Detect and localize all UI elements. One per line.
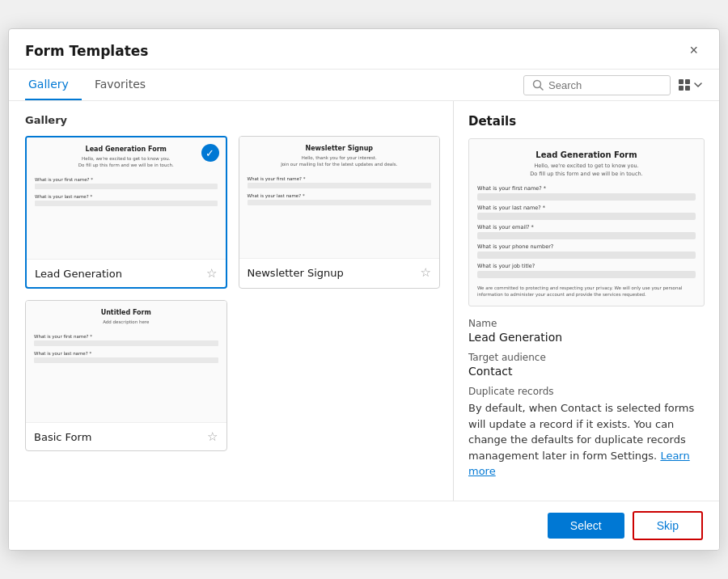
preview-field-label-bf: What is your first name? * [34,334,218,339]
preview-field-input-nl2 [248,200,432,205]
preview-title-newsletter: Newsletter Signup [248,145,432,152]
tabs-bar: Gallery Favorites [9,70,719,101]
details-section-label: Details [468,114,705,129]
card-name-basic: Basic Form [34,431,91,443]
dp-field-2: What is your last name? * [477,205,696,211]
template-card-basic[interactable]: Untitled Form Add description here What … [25,300,227,451]
preview-field-label-bf2: What is your last name? * [34,351,218,356]
preview-field-label-nl2: What is your last name? * [248,193,432,198]
card-footer-lead: Lead Generation ☆ [27,259,226,287]
detail-name-value: Lead Generation [468,331,705,344]
dialog-footer: Select Skip [9,501,719,550]
preview-field-input [35,184,218,189]
dp-input-5 [477,271,696,278]
svg-rect-3 [685,79,690,84]
dialog-title: Form Templates [25,43,148,59]
detail-audience-label: Target audience [468,352,705,363]
card-footer-basic: Basic Form ☆ [26,422,226,450]
dp-input-1 [477,193,696,201]
card-preview-newsletter: Newsletter Signup Hello, thank you for y… [239,137,440,258]
card-footer-newsletter: Newsletter Signup ☆ [239,258,440,286]
skip-button[interactable]: Skip [633,511,703,540]
dp-field-4: What is your phone number? [477,243,696,250]
preview-title-lead: Lead Generation Form [35,146,218,153]
search-icon [532,79,544,91]
detail-duplicate-body: By default, when Contact is selected for… [468,400,705,480]
tab-favorites[interactable]: Favorites [91,70,159,100]
preview-desc-lead: Hello, we're excited to get to know you.… [35,156,218,168]
content-area: Gallery Lead Generation Form Hello, we'r… [9,101,719,501]
card-name-lead: Lead Generation [35,268,122,280]
svg-rect-2 [679,79,684,84]
card-name-newsletter: Newsletter Signup [248,267,344,279]
dp-preview-title: Lead Generation Form [477,150,696,159]
dp-input-4 [477,251,696,259]
preview-desc-newsletter: Hello, thank you for your interest.Join … [248,155,432,167]
dp-field-3: What is your email? * [477,224,696,230]
preview-desc-basic: Add description here [34,319,218,326]
svg-line-1 [540,87,544,91]
preview-field-input-2 [35,201,218,206]
dp-input-2 [477,213,696,220]
selected-badge: ✓ [201,144,219,162]
detail-duplicate-label: Duplicate records [468,386,705,397]
template-card-lead-generation[interactable]: Lead Generation Form Hello, we're excite… [25,136,227,289]
form-templates-dialog: Form Templates × Gallery Favorites [8,28,720,551]
preview-field-input-bf [34,340,218,346]
search-area [523,75,703,95]
dp-input-3 [477,232,696,239]
preview-field-label: What is your first name? * [35,177,218,182]
chevron-down-icon [693,80,703,90]
preview-field-input-nl [248,183,432,188]
tab-gallery[interactable]: Gallery [25,70,82,100]
grid-icon [677,78,692,92]
dp-preview-desc: Hello, we're excited to get to know you.… [477,163,696,179]
detail-name-label: Name [468,318,705,329]
detail-audience-value: Contact [468,365,705,378]
close-button[interactable]: × [684,40,703,61]
detail-audience-section: Target audience Contact [468,352,705,378]
select-button[interactable]: Select [548,513,624,539]
card-preview-basic: Untitled Form Add description here What … [26,301,226,422]
gallery-grid: Lead Generation Form Hello, we're excite… [25,136,440,451]
dp-privacy-text: We are committed to protecting and respe… [477,285,696,298]
preview-title-basic: Untitled Form [34,309,218,316]
gallery-section-label: Gallery [25,114,440,126]
star-icon-basic[interactable]: ☆ [207,429,218,444]
template-card-newsletter[interactable]: Newsletter Signup Hello, thank you for y… [239,136,441,289]
dialog-header: Form Templates × [9,29,719,70]
details-preview-box: Lead Generation Form Hello, we're excite… [468,138,705,306]
detail-name-section: Name Lead Generation [468,318,705,344]
preview-field-label-2: What is your last name? * [35,194,218,199]
search-box [523,75,671,95]
preview-field-input-bf2 [34,357,218,363]
gallery-panel: Gallery Lead Generation Form Hello, we'r… [9,101,454,501]
dp-field-5: What is your job title? [477,263,696,269]
view-toggle[interactable] [677,78,703,92]
star-icon-newsletter[interactable]: ☆ [421,265,431,280]
detail-duplicate-section: Duplicate records By default, when Conta… [468,386,705,480]
svg-rect-4 [679,86,684,91]
details-panel: Details Lead Generation Form Hello, we'r… [454,101,719,501]
card-preview-lead-generation: Lead Generation Form Hello, we're excite… [27,137,226,259]
dp-field-1: What is your first name? * [477,185,696,192]
search-input[interactable] [548,79,662,91]
star-icon-lead[interactable]: ☆ [206,266,217,281]
preview-field-label-nl: What is your first name? * [248,176,432,181]
svg-rect-5 [685,86,690,91]
